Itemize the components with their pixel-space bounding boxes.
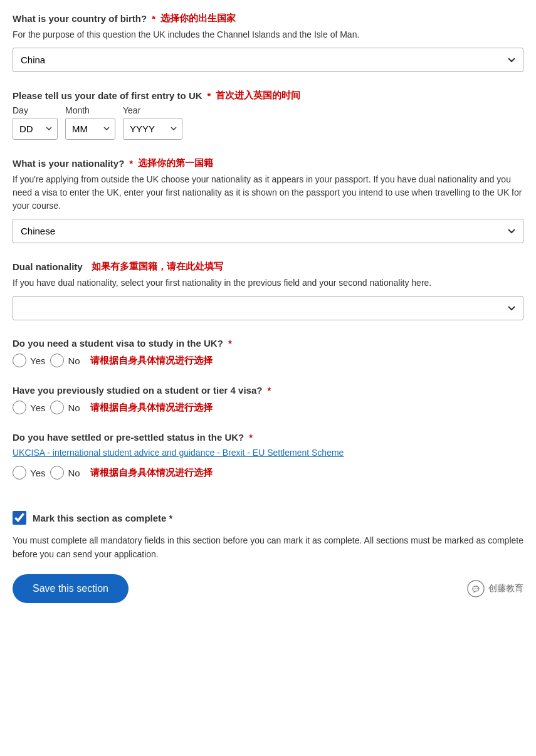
settled-status-radio-group: Yes No 请根据自身具体情况进行选择 xyxy=(13,466,523,480)
previous-visa-label: Have you previously studied on a student… xyxy=(13,385,523,396)
mark-complete-checkbox[interactable] xyxy=(13,511,26,525)
previous-visa-no-item[interactable]: No xyxy=(50,401,80,414)
previous-visa-required: * xyxy=(267,385,271,396)
previous-visa-no-label: No xyxy=(68,402,80,413)
settled-status-hint: UKCISA - international student advice an… xyxy=(13,446,523,459)
country-of-birth-select[interactable]: China United Kingdom United States Other xyxy=(13,48,523,72)
student-visa-yes-radio[interactable] xyxy=(13,354,26,367)
country-of-birth-label: What is your country of birth? * 选择你的出生国… xyxy=(13,13,523,24)
month-label: Month xyxy=(65,105,115,115)
footer-row: Save this section 💬 创藤教育 xyxy=(13,574,523,603)
first-entry-text: Please tell us your date of first entry … xyxy=(13,90,202,101)
settled-status-label: Do you have settled or pre-settled statu… xyxy=(13,432,523,443)
dual-nationality-hint: If you have dual nationality, select you… xyxy=(13,276,523,290)
settled-status-hint-chinese: 请根据自身具体情况进行选择 xyxy=(90,467,213,479)
first-entry-section: Please tell us your date of first entry … xyxy=(13,90,523,140)
watermark-text: 创藤教育 xyxy=(488,583,523,594)
month-field: Month MM xyxy=(65,105,115,140)
student-visa-no-item[interactable]: No xyxy=(50,354,80,367)
country-of-birth-section: What is your country of birth? * 选择你的出生国… xyxy=(13,13,523,72)
watermark-icon: 💬 xyxy=(467,580,485,597)
student-visa-yes-item[interactable]: Yes xyxy=(13,354,45,367)
complete-section: Mark this section as complete * You must… xyxy=(13,498,523,603)
nationality-chinese: 选择你的第一国籍 xyxy=(138,157,213,169)
country-of-birth-text: What is your country of birth? xyxy=(13,13,147,24)
mark-complete-required: * xyxy=(169,513,173,523)
year-label: Year xyxy=(123,105,182,115)
settled-status-no-label: No xyxy=(68,468,80,478)
previous-visa-no-radio[interactable] xyxy=(50,401,64,414)
nationality-label: What is your nationality? * 选择你的第一国籍 xyxy=(13,157,523,169)
date-group: Day DD Month MM Year YYYY xyxy=(13,105,523,140)
day-field: Day DD xyxy=(13,105,58,140)
dual-nationality-text: Dual nationality xyxy=(13,261,83,272)
mark-complete-label-text: Mark this section as complete xyxy=(33,513,166,523)
nationality-section: What is your nationality? * 选择你的第一国籍 If … xyxy=(13,157,523,243)
day-label: Day xyxy=(13,105,58,115)
nationality-text: What is your nationality? xyxy=(13,158,124,169)
student-visa-yes-label: Yes xyxy=(30,355,45,366)
settled-status-no-radio[interactable] xyxy=(50,466,64,480)
dual-nationality-select[interactable]: Chinese British American Other xyxy=(13,296,523,320)
country-of-birth-hint: For the purpose of this question the UK … xyxy=(13,28,523,41)
day-select[interactable]: DD xyxy=(13,118,58,140)
settled-status-text: Do you have settled or pre-settled statu… xyxy=(13,432,244,443)
settled-status-no-item[interactable]: No xyxy=(50,466,80,480)
complete-hint: You must complete all mandatory fields i… xyxy=(13,533,523,562)
first-entry-required: * xyxy=(208,90,211,101)
mark-complete-label[interactable]: Mark this section as complete * xyxy=(33,513,172,523)
watermark: 💬 创藤教育 xyxy=(467,580,523,597)
nationality-hint: If you're applying from outside the UK c… xyxy=(13,173,523,213)
student-visa-hint: 请根据自身具体情况进行选择 xyxy=(90,355,213,367)
student-visa-required: * xyxy=(228,338,232,349)
year-select[interactable]: YYYY xyxy=(123,118,182,140)
country-of-birth-required: * xyxy=(152,13,155,24)
student-visa-label: Do you need a student visa to study in t… xyxy=(13,338,523,349)
mark-complete-row: Mark this section as complete * xyxy=(13,511,523,525)
student-visa-radio-group: Yes No 请根据自身具体情况进行选择 xyxy=(13,354,523,367)
previous-visa-section: Have you previously studied on a student… xyxy=(13,385,523,414)
month-select[interactable]: MM xyxy=(65,118,115,140)
student-visa-no-label: No xyxy=(68,355,80,366)
settled-status-section: Do you have settled or pre-settled statu… xyxy=(13,432,523,480)
settled-status-required: * xyxy=(249,432,253,443)
save-button[interactable]: Save this section xyxy=(13,574,129,603)
student-visa-no-radio[interactable] xyxy=(50,354,64,367)
year-field: Year YYYY xyxy=(123,105,182,140)
previous-visa-yes-item[interactable]: Yes xyxy=(13,401,45,414)
previous-visa-yes-label: Yes xyxy=(30,402,45,413)
previous-visa-radio-group: Yes No 请根据自身具体情况进行选择 xyxy=(13,401,523,414)
previous-visa-hint: 请根据自身具体情况进行选择 xyxy=(90,402,213,414)
nationality-required: * xyxy=(129,158,133,169)
previous-visa-text: Have you previously studied on a student… xyxy=(13,385,262,396)
previous-visa-yes-radio[interactable] xyxy=(13,401,26,414)
settled-status-yes-label: Yes xyxy=(30,468,45,478)
dual-nationality-label: Dual nationality 如果有多重国籍，请在此处填写 xyxy=(13,261,523,273)
dual-nationality-chinese: 如果有多重国籍，请在此处填写 xyxy=(92,261,223,273)
settled-status-yes-radio[interactable] xyxy=(13,466,26,480)
nationality-select[interactable]: Chinese British American Other xyxy=(13,219,523,243)
student-visa-section: Do you need a student visa to study in t… xyxy=(13,338,523,367)
settled-status-link[interactable]: UKCISA - international student advice an… xyxy=(13,448,344,458)
first-entry-chinese: 首次进入英国的时间 xyxy=(216,90,300,102)
settled-status-yes-item[interactable]: Yes xyxy=(13,466,45,480)
country-of-birth-chinese: 选择你的出生国家 xyxy=(160,13,236,24)
student-visa-text: Do you need a student visa to study in t… xyxy=(13,338,223,349)
svg-text:💬: 💬 xyxy=(472,585,480,593)
dual-nationality-section: Dual nationality 如果有多重国籍，请在此处填写 If you h… xyxy=(13,261,523,320)
first-entry-label: Please tell us your date of first entry … xyxy=(13,90,523,102)
